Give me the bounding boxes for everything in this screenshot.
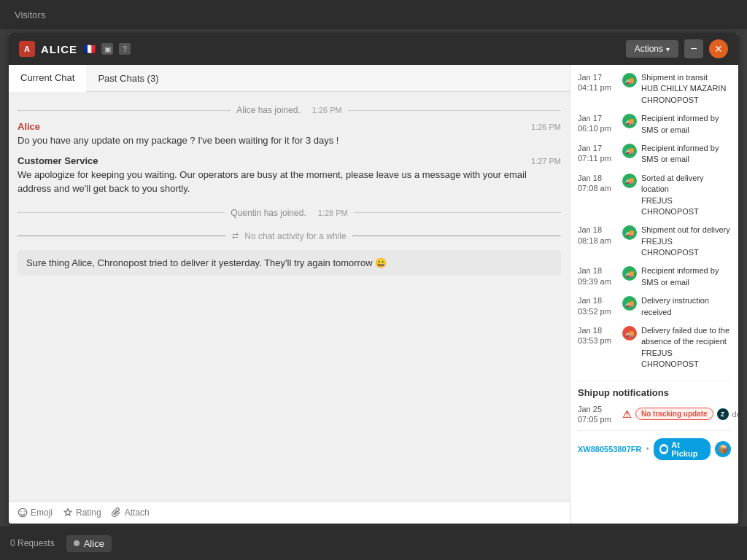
tracking-item: Jan 17 04:11 pm 🚚 Shipment in transitHUB… — [578, 72, 731, 106]
tracking-date: Jan 18 03:53 pm — [578, 325, 618, 346]
attach-icon — [112, 508, 122, 518]
tracking-desc: Recipient informed by SMS or email — [641, 113, 731, 136]
tracking-icon: 🚚 — [622, 73, 637, 88]
info-icon: ? — [119, 43, 131, 55]
dot-separator: • — [646, 444, 649, 454]
tracking-date-top: Jan 18 — [578, 295, 618, 306]
svg-point-2 — [23, 511, 24, 512]
message-author: Alice — [18, 121, 40, 132]
activity-text: No chat activity for a while — [244, 231, 346, 241]
rating-button[interactable]: Rating — [63, 508, 101, 518]
tracking-item: Jan 18 09:39 am 🚚 Recipient informed by … — [578, 265, 731, 288]
reply-text: Sure thing Alice, Chronopost tried to de… — [26, 256, 552, 271]
tracking-date-bottom: 04:11 pm — [578, 82, 618, 93]
no-tracking-badge: No tracking update — [635, 408, 713, 420]
bottom-user-name: Alice — [84, 538, 104, 549]
chat-window: A ALICE 🇫🇷 ▣ ? Actions − ✕ Current Chat … — [9, 33, 738, 524]
shipup-date-top: Jan 25 — [578, 404, 618, 414]
system-message-alice-joined: Alice has joined. 1:26 PM — [18, 101, 561, 120]
tracking-date-bottom: 06:10 pm — [578, 123, 618, 133]
tracking-desc: Shipment in transitHUB CHILLY MAZARINCHR… — [641, 72, 726, 106]
message-time-cs: 1:27 PM — [531, 157, 561, 166]
close-button[interactable]: ✕ — [709, 39, 728, 58]
message-text-cs: We apologize for keeping you waiting. Ou… — [18, 168, 561, 196]
screen-icon: ▣ — [101, 43, 113, 55]
user-name: ALICE — [41, 43, 77, 55]
tracking-desc: Recipient informed by SMS or email — [641, 265, 731, 288]
avatar: A — [19, 41, 35, 57]
tracking-item: Jan 18 07:08 am 🚚 Sorted at delivery loc… — [578, 173, 731, 218]
tracking-number[interactable]: XW880553807FR — [578, 445, 641, 454]
messages-area: Alice has joined. 1:26 PM Alice 1:26 PM … — [9, 92, 570, 501]
pickup-label: At Pickup — [671, 440, 705, 458]
tab-past-chats[interactable]: Past Chats (3) — [86, 65, 170, 91]
tracking-icon: 🚚 — [622, 326, 637, 341]
shipup-title: Shipup notifications — [578, 387, 731, 398]
shipup-item: Jan 25 07:05 pm ⚠ No tracking update Z d… — [578, 404, 731, 425]
tabs: Current Chat Past Chats (3) — [9, 65, 570, 92]
svg-point-1 — [20, 511, 21, 512]
minimize-button[interactable]: − — [684, 39, 703, 58]
tab-current-chat[interactable]: Current Chat — [9, 65, 86, 92]
tracking-item: Jan 17 06:10 pm 🚚 Recipient informed by … — [578, 113, 731, 136]
tracking-item: Jan 18 08:18 am 🚚 Shipment out for deliv… — [578, 225, 731, 258]
pickup-icon-inner — [661, 446, 667, 452]
tracking-desc: Sorted at delivery locationFREJUS CHRONO… — [641, 173, 731, 218]
tracking-date-top: Jan 18 — [578, 325, 618, 335]
tracking-date: Jan 17 06:10 pm — [578, 113, 618, 134]
tracking-list: Jan 17 04:11 pm 🚚 Shipment in transitHUB… — [578, 72, 731, 378]
attach-label: Attach — [125, 508, 150, 518]
tracking-icon: 🚚 — [622, 296, 637, 311]
tracking-item: Jan 18 03:52 pm 🚚 Delivery instruction r… — [578, 295, 731, 318]
tracking-icon: 🚚 — [622, 225, 637, 240]
right-panel: Jan 17 04:11 pm 🚚 Shipment in transitHUB… — [570, 65, 738, 524]
chat-input-bar: Emoji Rating Attach — [9, 501, 570, 524]
tracking-date: Jan 17 07:11 pm — [578, 143, 618, 164]
tracking-date-bottom: 07:11 pm — [578, 153, 618, 163]
tracking-date: Jan 17 04:11 pm — [578, 72, 618, 93]
actions-button[interactable]: Actions — [626, 40, 678, 58]
rating-label: Rating — [76, 508, 101, 518]
tracking-icon: 🚚 — [622, 114, 637, 128]
message-time: 1:26 PM — [531, 122, 561, 131]
tracking-date: Jan 18 09:39 am — [578, 265, 618, 287]
tracking-desc: Delivery instruction received — [641, 295, 731, 318]
activity-divider: ⇄ No chat activity for a while — [18, 224, 561, 249]
tracking-desc: Recipient informed by SMS or email — [641, 143, 731, 166]
bottom-user: Alice — [66, 535, 112, 552]
title-left: A ALICE 🇫🇷 ▣ ? — [19, 41, 131, 57]
reply-message: Sure thing Alice, Chronopost tried to de… — [18, 250, 561, 276]
attach-button[interactable]: Attach — [112, 508, 150, 518]
tracking-footer: XW880553807FR • At Pickup 📦 — [578, 430, 731, 460]
pickup-icon — [659, 444, 669, 454]
tracking-date: Jan 18 03:52 pm — [578, 295, 618, 316]
tracking-item: Jan 17 07:11 pm 🚚 Recipient informed by … — [578, 143, 731, 166]
chat-panel: Current Chat Past Chats (3) Alice has jo… — [9, 65, 570, 524]
alert-icon: ⚠ — [622, 408, 632, 420]
activity-icon: ⇄ — [232, 231, 239, 241]
tracking-date-bottom: 08:18 am — [578, 236, 618, 246]
tracking-date-top: Jan 18 — [578, 173, 618, 183]
shipup-date: Jan 25 07:05 pm — [578, 404, 618, 425]
shipup-date-bottom: 07:05 pm — [578, 414, 618, 424]
tracking-date-bottom: 09:39 am — [578, 276, 618, 287]
tracking-date-top: Jan 17 — [578, 72, 618, 82]
delivered-badge: delivered — [732, 410, 738, 419]
bottom-bar: 0 Requests Alice — [0, 526, 747, 560]
tracking-icon: 🚚 — [622, 144, 637, 158]
visitors-label: Visitors — [15, 9, 45, 20]
message-header: Alice 1:26 PM — [18, 121, 561, 132]
chat-body: Current Chat Past Chats (3) Alice has jo… — [9, 65, 738, 524]
title-right: Actions − ✕ — [626, 39, 728, 58]
requests-label: 0 Requests — [10, 538, 55, 548]
emoji-button[interactable]: Emoji — [18, 508, 53, 518]
zendesk-icon: Z — [717, 408, 729, 420]
rating-icon — [63, 508, 73, 518]
system-text: Alice has joined. — [236, 105, 300, 115]
tracking-date-bottom: 03:53 pm — [578, 335, 618, 346]
tracking-date-bottom: 07:08 am — [578, 183, 618, 193]
tracking-date-bottom: 03:52 pm — [578, 306, 618, 316]
message-cs: Customer Service 1:27 PM We apologize fo… — [18, 155, 561, 196]
tracking-date: Jan 18 07:08 am — [578, 173, 618, 194]
tracking-date: Jan 18 08:18 am — [578, 225, 618, 246]
